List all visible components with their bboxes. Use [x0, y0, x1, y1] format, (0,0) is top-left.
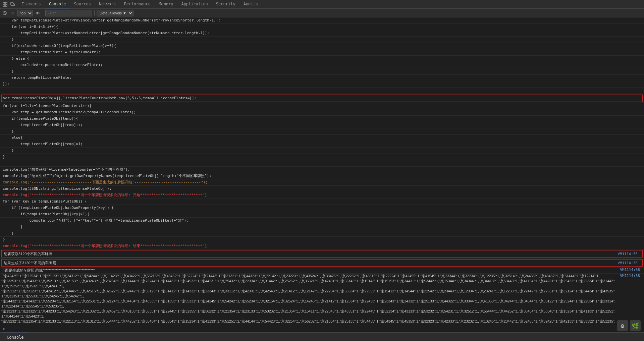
code-text: } — [3, 37, 644, 42]
corner-widgets: ⚙ 🌿 — [617, 320, 641, 331]
console-output[interactable]: var tempRetLicensePlate=strProvinceShort… — [0, 17, 644, 325]
tab-audits[interactable]: Audits — [239, 0, 262, 8]
inspect-icon[interactable] — [2, 1, 8, 7]
svg-rect-2 — [3, 5, 5, 6]
widget-icon-2[interactable]: 🌿 — [630, 320, 641, 331]
code-text: } — [3, 237, 644, 242]
output-block-boxed-2: 结果生成了3120个不同的车牌照 VM1114:36 — [0, 259, 644, 268]
highlighted-code-text: var tempLicensePlateObj={},licensePlateC… — [3, 96, 641, 101]
source-vm1114-35[interactable]: VM1114:35 — [613, 252, 640, 256]
tab-network[interactable]: Network — [95, 0, 120, 8]
code-line: if (tempLicensePlateObj.hasOwnProperty(k… — [0, 205, 644, 211]
svg-rect-3 — [5, 5, 7, 6]
code-line: console.log("结果生成了"+Object.getOwnPropert… — [0, 173, 644, 179]
eye-icon[interactable] — [34, 10, 41, 16]
devtools-tabbar: Elements Console Sources Network Perform… — [0, 0, 644, 9]
code-line: } — [0, 224, 644, 230]
code-text: console.log("**********************同一个车牌… — [3, 192, 644, 198]
device-toggle-icon[interactable] — [9, 1, 15, 7]
tab-console[interactable]: Console — [45, 0, 70, 8]
svg-rect-4 — [11, 2, 13, 5]
console-toolbar: top Default levels ▼ — [0, 9, 644, 17]
separator-1 — [43, 10, 43, 16]
red-box-code: var tempLicensePlateObj={},licensePlateC… — [1, 95, 643, 102]
code-text: for(var i=1,lc=licensePlateCounter;i++){ — [3, 103, 644, 109]
code-text: console.log("想要获取"+licensePlateCounter+"… — [3, 167, 644, 172]
code-line: console.log("**********************同一个车牌… — [0, 192, 644, 198]
console-input-field[interactable] — [7, 327, 641, 331]
code-line: } — [0, 230, 644, 237]
tab-performance[interactable]: Performance — [120, 0, 155, 8]
levels-select[interactable]: Default levels ▼ — [97, 10, 133, 16]
code-text: if(tempLicensePlateObj[temp]){ — [3, 116, 644, 121]
code-line: for(var i=0;i<5;i++){ — [0, 24, 644, 30]
code-line: } — [0, 68, 644, 75]
code-text: } — [3, 129, 644, 134]
code-text: else{ — [3, 135, 644, 140]
svg-line-7 — [4, 12, 6, 14]
clear-console-button[interactable] — [1, 10, 8, 16]
code-text: console.log("**********************同一个车牌… — [3, 243, 644, 249]
code-line: console.log("想要获取"+licensePlateCounter+"… — [0, 167, 644, 173]
code-text: } — [3, 148, 644, 153]
code-line: console.log("---------------------------… — [0, 179, 644, 186]
code-line: if(excludeArr.indexOf(tempRetLicensePlat… — [0, 43, 644, 49]
separator-2 — [94, 10, 95, 16]
code-line: tempRetLicensePlate = f(excludeArr); — [0, 49, 644, 56]
data-output-line: 下面是生成的车牌照详细:****************************… — [0, 268, 644, 274]
code-line: } — [0, 128, 644, 135]
filter-input[interactable] — [45, 10, 92, 16]
bottom-bar: Console — [0, 332, 644, 341]
tab-application[interactable]: Application — [177, 0, 212, 8]
code-line: if(tempLicensePlateObj[temp]){ — [0, 116, 644, 122]
code-text: tempLicensePlateObj[temp]++; — [3, 122, 644, 128]
code-text: excludeArr.push(tempRetLicensePlate); — [3, 62, 644, 68]
tab-icons — [0, 1, 17, 7]
code-line — [0, 160, 644, 167]
code-text: for(var i=0;i<5;i++){ — [3, 24, 644, 30]
code-line: } — [0, 148, 644, 154]
json-output-block: {"京42435":1,"京22534":1,"京55123":1,"京2431… — [0, 274, 644, 325]
tab-security[interactable]: Security — [212, 0, 239, 8]
code-text: console.log("结果生成了"+Object.getOwnPropert… — [3, 173, 644, 179]
code-text: tempLicensePlateObj[temp]=1; — [3, 141, 644, 147]
code-text: console.log(JSON.stringify(tempLicensePl… — [3, 186, 644, 191]
code-text — [3, 161, 644, 166]
red-box-output-2: 结果生成了3120个不同的车牌照 VM1114:36 — [1, 259, 643, 267]
context-select[interactable]: top — [17, 10, 33, 16]
tab-sources[interactable]: Sources — [70, 0, 95, 8]
tab-elements[interactable]: Elements — [17, 0, 45, 8]
code-line: var tempRetLicensePlate=strProvinceShort… — [0, 17, 644, 24]
svg-point-12 — [37, 12, 38, 13]
code-text: for (var key in tempLicensePlateObj) { — [3, 199, 644, 204]
output-line-1: 想要获取3120个不同的车牌照 — [4, 251, 613, 257]
widget-icon-1[interactable]: ⚙ — [617, 320, 628, 331]
code-text: } — [3, 224, 644, 230]
code-line: excludeArr.push(tempRetLicensePlate); — [0, 62, 644, 68]
code-line: } — [0, 154, 644, 160]
code-line: tempLicensePlateObj[temp]=1; — [0, 141, 644, 148]
source-vm1114-38b[interactable]: VM1114:38 — [616, 274, 643, 278]
code-line: return tempRetLicensePlate; — [0, 75, 644, 81]
code-line: }); — [0, 81, 644, 88]
code-text: if (tempLicensePlateObj.hasOwnProperty(k… — [3, 205, 644, 211]
svg-rect-5 — [13, 4, 14, 6]
code-line: var temp = getRandomLicensePlate2(tempAl… — [0, 109, 644, 116]
source-vm1114-38a[interactable]: VM1114:38 — [616, 268, 643, 272]
code-line: tempLicensePlateObj[temp]++; — [0, 122, 644, 128]
console-prompt: > — [3, 326, 5, 331]
bottom-console-tab[interactable]: Console — [3, 333, 28, 341]
output-line-2: 结果生成了3120个不同的车牌照 — [4, 260, 613, 266]
code-text: } — [3, 231, 644, 236]
json-data-text: {"京42435":1,"京22534":1,"京55123":1,"京2431… — [1, 274, 616, 325]
tab-memory[interactable]: Memory — [155, 0, 177, 8]
svg-rect-0 — [3, 2, 5, 4]
code-line: } — [0, 37, 644, 43]
filter-icon — [9, 10, 16, 16]
code-line: if(tempLicensePlateObj[key]>1){ — [0, 211, 644, 218]
code-line — [0, 88, 644, 94]
settings-icon[interactable]: ⋮ — [634, 2, 644, 7]
source-vm1114-36[interactable]: VM1114:36 — [613, 261, 640, 265]
code-line: } else { — [0, 56, 644, 62]
code-text: if(tempLicensePlateObj[key]>1){ — [3, 212, 644, 217]
